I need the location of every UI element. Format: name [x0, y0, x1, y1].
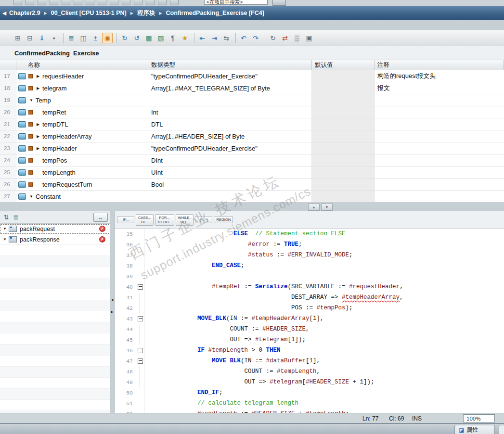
go-back-icon[interactable]: ↶ [238, 33, 249, 43]
default-value-cell[interactable] [312, 154, 375, 166]
code-line[interactable]: 52 #sendLength := #HEADER_SIZE + #tempLe… [115, 408, 504, 413]
table-row[interactable]: 22▶tempHeaderArrayArray[1..#HEADER_SIZE]… [0, 130, 504, 142]
default-value-cell[interactable] [312, 191, 375, 202]
comment-cell[interactable] [375, 106, 504, 118]
name-cell[interactable]: ▶telegram [16, 82, 148, 94]
table-row[interactable]: 17▶requestHeader"typeConfirmedPDUHeader_… [0, 70, 504, 82]
datatype-cell[interactable]: Bool [148, 179, 312, 190]
lock-icon[interactable]: ▣ [304, 33, 314, 43]
snapshot-icon[interactable]: ◫ [78, 33, 89, 43]
code-line[interactable]: 39 [115, 271, 504, 281]
compile-icon[interactable]: ▒ [292, 33, 302, 43]
default-value-cell[interactable] [312, 166, 375, 178]
table-row[interactable]: 19▼Temp [0, 94, 504, 106]
comment-cell[interactable] [375, 191, 504, 202]
add-row-icon[interactable]: ⊟ [25, 33, 35, 43]
code-line[interactable]: 35 ELSE // Statement section ELSE [115, 229, 504, 239]
splitter-collapse-up-button[interactable]: ▲ [308, 204, 320, 211]
block-interface-icon[interactable]: ≣ [66, 33, 77, 43]
search-go-button[interactable] [272, 0, 286, 6]
breadcrumb-item[interactable]: 00_Client [CPU 1513-1 PN] [51, 10, 127, 16]
block-list-item[interactable]: ▼packResponse✗ [0, 234, 110, 245]
default-value-cell[interactable] [312, 70, 375, 82]
comment-toggle-icon[interactable]: ¶ [168, 33, 178, 43]
snippet-while-button[interactable]: WHILE..DO... [176, 214, 194, 226]
fold-toggle-icon[interactable] [137, 356, 145, 366]
zoom-select[interactable]: 100% [463, 414, 495, 422]
snippet-for-button[interactable]: FOR...TO DO... [155, 214, 174, 226]
comment-cell[interactable] [375, 118, 504, 130]
default-value-cell[interactable] [312, 106, 375, 118]
default-value-cell[interactable] [312, 179, 375, 190]
default-value-cell[interactable] [312, 130, 375, 142]
favorites-icon[interactable]: ★ [180, 33, 190, 43]
insert-row-icon[interactable]: ⊞ [13, 33, 23, 43]
monitor-all-icon[interactable]: ◉ [102, 33, 113, 43]
insert-network-icon[interactable]: ▦ [143, 33, 154, 43]
format-code-icon[interactable]: ⇆ [221, 33, 232, 43]
code-line[interactable]: 41 DEST_ARRAY => #tempHeaderArray, [115, 292, 504, 303]
snippet-if-button[interactable]: IF... [117, 216, 134, 223]
datatype-cell[interactable]: Array[1..#HEADER_SIZE] of Byte [148, 130, 312, 142]
name-cell[interactable]: ▶requestHeader [16, 70, 148, 82]
default-value-cell[interactable] [312, 94, 375, 106]
comment-cell[interactable]: 报文 [375, 82, 504, 94]
vertical-splitter[interactable]: ◀ ▶ [110, 211, 115, 413]
table-row[interactable]: 21▶tempDTLDTL [0, 118, 504, 130]
call-structure-icon[interactable]: ↻ [119, 33, 130, 43]
breadcrumb-item[interactable]: 程序块 [137, 9, 155, 17]
block-list-item[interactable]: ▼packRequest✗ [0, 224, 110, 234]
code-line[interactable]: 37 #status := #ERR_INVALID_MODE; [115, 250, 504, 260]
comment-cell[interactable] [375, 166, 504, 178]
breadcrumb-item[interactable]: Chapter2.9 [9, 10, 40, 16]
code-line[interactable]: 44 COUNT := #HEADER_SIZE, [115, 324, 504, 334]
expand-down-icon[interactable]: ▼ [28, 194, 35, 199]
comment-cell[interactable] [375, 94, 504, 106]
default-value-cell[interactable] [312, 118, 375, 130]
table-row[interactable]: 23▶tempHeader"typeConfirmedPDUHeader_Exe… [0, 142, 504, 154]
code-line[interactable]: 49 OUT => #telegram[#HEADER_SIZE + 1]); [115, 377, 504, 387]
code-line[interactable]: 48 COUNT := #tempLength, [115, 366, 504, 377]
code-line[interactable]: 47 MOVE_BLK(IN := #dataBuffer[1], [115, 356, 504, 366]
insert-block-icon[interactable]: ▧ [155, 33, 166, 43]
fold-toggle-icon[interactable] [137, 281, 145, 292]
comment-cell[interactable] [375, 142, 504, 154]
load-start-values-icon[interactable]: ± [90, 33, 101, 43]
splitter-collapse-down-button[interactable]: ▼ [321, 204, 333, 211]
fold-toggle-icon[interactable] [137, 313, 145, 324]
table-row[interactable]: 24tempPosDInt [0, 154, 504, 166]
datatype-cell[interactable]: DTL [148, 118, 312, 130]
name-cell[interactable]: ▶tempHeaderArray [16, 130, 148, 142]
indent-icon[interactable]: ⇥ [209, 33, 220, 43]
comment-cell[interactable] [375, 130, 504, 142]
table-row[interactable]: 20tempRetInt [0, 106, 504, 118]
expand-down-icon[interactable]: ▼ [2, 237, 8, 242]
table-row[interactable]: 18▶telegramArray[1..#MAX_TELEGRAM_SIZE] … [0, 82, 504, 94]
name-cell[interactable]: tempLength [16, 166, 148, 178]
code-line[interactable]: 38 END_CASE; [115, 260, 504, 271]
expand-down-icon[interactable]: ▼ [2, 227, 8, 231]
expand-right-icon[interactable]: ▶ [35, 134, 41, 139]
default-value-cell[interactable] [312, 82, 375, 94]
snippet-case-button[interactable]: CASE...OF... [136, 214, 154, 226]
expand-right-icon[interactable]: ▶ [35, 74, 41, 78]
expand-right-icon[interactable]: ▶ [35, 86, 41, 90]
go-forward-icon[interactable]: ↷ [250, 33, 261, 43]
splitter-collapse-left-icon[interactable]: ◀ [110, 298, 114, 301]
list-view-icon[interactable]: ≣ [12, 213, 20, 222]
datatype-cell[interactable]: DInt [148, 154, 312, 166]
datatype-cell[interactable]: "typeConfirmedPDUHeader_Exercise" [148, 142, 312, 154]
comment-cell[interactable] [375, 179, 504, 190]
name-cell[interactable]: ▼Constant [16, 191, 148, 202]
back-arrow-icon[interactable]: ◀ [0, 10, 9, 16]
name-cell[interactable]: ▼Temp [16, 94, 148, 106]
table-row[interactable]: 25tempLengthUInt [0, 166, 504, 179]
code-line[interactable]: 36 #error := TRUE; [115, 239, 504, 250]
clipped-tab[interactable] [499, 425, 504, 434]
datatype-cell[interactable]: "typeConfirmedPDUHeader_Exercise" [148, 70, 312, 82]
outdent-icon[interactable]: ⇤ [197, 33, 207, 43]
table-row[interactable]: 26tempRequestTurnBool [0, 179, 504, 191]
datatype-cell[interactable]: Array[1..#MAX_TELEGRAM_SIZE] of Byte [148, 82, 312, 94]
comment-cell[interactable] [375, 154, 504, 166]
code-line[interactable]: 40 #tempRet := Serialize(SRC_VARIABLE :=… [115, 281, 504, 292]
